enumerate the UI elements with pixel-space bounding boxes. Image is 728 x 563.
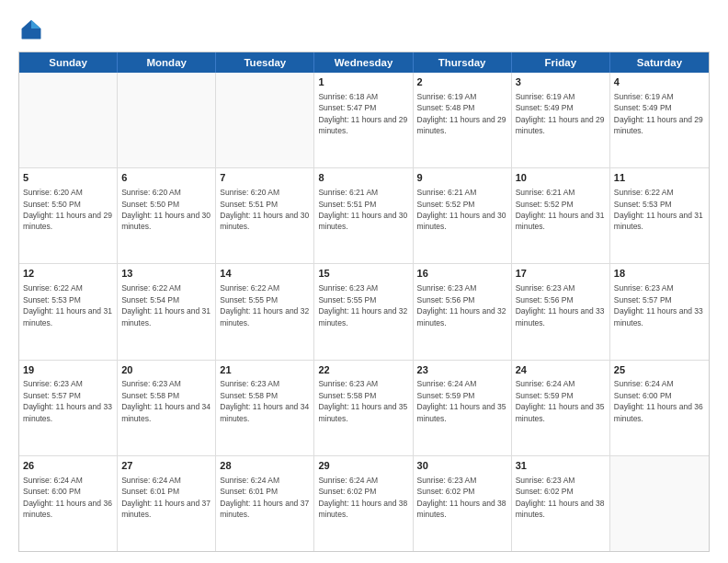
calendar-day-header: Sunday (19, 52, 118, 73)
day-number: 15 (318, 267, 408, 281)
calendar-cell: 7Sunrise: 6:20 AM Sunset: 5:51 PM Daylig… (216, 168, 314, 263)
day-info: Sunrise: 6:24 AM Sunset: 5:59 PM Dayligh… (516, 379, 605, 422)
day-number: 9 (417, 171, 507, 185)
day-info: Sunrise: 6:23 AM Sunset: 5:56 PM Dayligh… (516, 283, 605, 327)
day-number: 11 (614, 171, 705, 185)
calendar-day-header: Wednesday (314, 52, 413, 73)
calendar-cell: 16Sunrise: 6:23 AM Sunset: 5:56 PM Dayli… (414, 264, 512, 359)
day-number: 22 (318, 363, 408, 377)
day-info: Sunrise: 6:24 AM Sunset: 6:01 PM Dayligh… (220, 476, 309, 519)
day-info: Sunrise: 6:19 AM Sunset: 5:49 PM Dayligh… (614, 92, 703, 135)
calendar-cell: 12Sunrise: 6:22 AM Sunset: 5:53 PM Dayli… (19, 264, 118, 359)
logo (18, 17, 48, 42)
calendar-day-header: Tuesday (216, 52, 314, 73)
calendar-cell: 5Sunrise: 6:20 AM Sunset: 5:50 PM Daylig… (19, 168, 118, 263)
calendar-cell (610, 456, 709, 551)
calendar-cell: 8Sunrise: 6:21 AM Sunset: 5:51 PM Daylig… (314, 168, 413, 263)
svg-marker-2 (22, 29, 41, 39)
day-info: Sunrise: 6:23 AM Sunset: 6:02 PM Dayligh… (417, 476, 506, 519)
day-info: Sunrise: 6:18 AM Sunset: 5:47 PM Dayligh… (318, 92, 407, 135)
day-number: 21 (220, 363, 310, 377)
header (18, 17, 710, 42)
calendar-cell: 31Sunrise: 6:23 AM Sunset: 6:02 PM Dayli… (512, 456, 610, 551)
calendar-week-row: 5Sunrise: 6:20 AM Sunset: 5:50 PM Daylig… (19, 168, 709, 264)
day-number: 23 (417, 363, 507, 377)
calendar-cell: 15Sunrise: 6:23 AM Sunset: 5:55 PM Dayli… (314, 264, 413, 359)
day-info: Sunrise: 6:20 AM Sunset: 5:50 PM Dayligh… (23, 188, 112, 231)
calendar-cell: 1Sunrise: 6:18 AM Sunset: 5:47 PM Daylig… (314, 73, 413, 167)
day-info: Sunrise: 6:22 AM Sunset: 5:53 PM Dayligh… (614, 188, 703, 231)
calendar-week-row: 26Sunrise: 6:24 AM Sunset: 6:00 PM Dayli… (19, 456, 709, 551)
calendar-cell: 2Sunrise: 6:19 AM Sunset: 5:48 PM Daylig… (414, 73, 512, 167)
day-info: Sunrise: 6:23 AM Sunset: 5:58 PM Dayligh… (220, 379, 309, 422)
day-info: Sunrise: 6:23 AM Sunset: 5:58 PM Dayligh… (121, 379, 210, 422)
calendar-cell: 9Sunrise: 6:21 AM Sunset: 5:52 PM Daylig… (414, 168, 512, 263)
day-info: Sunrise: 6:24 AM Sunset: 6:00 PM Dayligh… (614, 379, 703, 422)
calendar: SundayMondayTuesdayWednesdayThursdayFrid… (18, 52, 710, 552)
calendar-cell: 13Sunrise: 6:22 AM Sunset: 5:54 PM Dayli… (118, 264, 216, 359)
day-number: 16 (417, 267, 507, 281)
calendar-day-header: Friday (512, 52, 610, 73)
calendar-cell: 3Sunrise: 6:19 AM Sunset: 5:49 PM Daylig… (512, 73, 610, 167)
page: SundayMondayTuesdayWednesdayThursdayFrid… (0, 0, 728, 563)
day-info: Sunrise: 6:24 AM Sunset: 6:01 PM Dayligh… (121, 476, 210, 519)
calendar-cell: 10Sunrise: 6:21 AM Sunset: 5:52 PM Dayli… (512, 168, 610, 263)
calendar-cell: 19Sunrise: 6:23 AM Sunset: 5:57 PM Dayli… (19, 361, 118, 455)
day-info: Sunrise: 6:19 AM Sunset: 5:48 PM Dayligh… (417, 92, 506, 135)
calendar-cell: 27Sunrise: 6:24 AM Sunset: 6:01 PM Dayli… (118, 456, 216, 551)
day-number: 26 (23, 459, 113, 473)
day-number: 17 (516, 267, 606, 281)
day-number: 4 (614, 75, 705, 89)
day-number: 3 (516, 75, 606, 89)
calendar-cell: 6Sunrise: 6:20 AM Sunset: 5:50 PM Daylig… (118, 168, 216, 263)
day-number: 6 (121, 171, 211, 185)
calendar-cell (118, 73, 216, 167)
day-info: Sunrise: 6:23 AM Sunset: 6:02 PM Dayligh… (516, 476, 605, 519)
day-info: Sunrise: 6:23 AM Sunset: 5:58 PM Dayligh… (318, 379, 407, 422)
svg-marker-1 (31, 20, 40, 29)
day-number: 7 (220, 171, 310, 185)
day-info: Sunrise: 6:21 AM Sunset: 5:51 PM Dayligh… (318, 188, 407, 231)
calendar-week-row: 1Sunrise: 6:18 AM Sunset: 5:47 PM Daylig… (19, 73, 709, 168)
day-number: 19 (23, 363, 113, 377)
calendar-header: SundayMondayTuesdayWednesdayThursdayFrid… (19, 52, 709, 73)
day-info: Sunrise: 6:24 AM Sunset: 6:00 PM Dayligh… (23, 476, 112, 519)
day-info: Sunrise: 6:24 AM Sunset: 6:02 PM Dayligh… (318, 476, 407, 519)
calendar-day-header: Thursday (414, 52, 512, 73)
day-info: Sunrise: 6:23 AM Sunset: 5:57 PM Dayligh… (614, 283, 703, 327)
day-info: Sunrise: 6:22 AM Sunset: 5:55 PM Dayligh… (220, 283, 309, 327)
day-info: Sunrise: 6:22 AM Sunset: 5:53 PM Dayligh… (23, 283, 112, 327)
day-number: 27 (121, 459, 211, 473)
day-number: 31 (516, 459, 606, 473)
calendar-cell: 23Sunrise: 6:24 AM Sunset: 5:59 PM Dayli… (414, 361, 512, 455)
calendar-cell: 17Sunrise: 6:23 AM Sunset: 5:56 PM Dayli… (512, 264, 610, 359)
day-number: 12 (23, 267, 113, 281)
calendar-cell: 28Sunrise: 6:24 AM Sunset: 6:01 PM Dayli… (216, 456, 314, 551)
day-number: 5 (23, 171, 113, 185)
calendar-cell: 26Sunrise: 6:24 AM Sunset: 6:00 PM Dayli… (19, 456, 118, 551)
calendar-day-header: Monday (118, 52, 216, 73)
day-number: 25 (614, 363, 705, 377)
calendar-body: 1Sunrise: 6:18 AM Sunset: 5:47 PM Daylig… (19, 73, 709, 551)
calendar-cell: 25Sunrise: 6:24 AM Sunset: 6:00 PM Dayli… (610, 361, 709, 455)
day-number: 1 (318, 75, 408, 89)
calendar-cell: 18Sunrise: 6:23 AM Sunset: 5:57 PM Dayli… (610, 264, 709, 359)
day-number: 10 (516, 171, 606, 185)
calendar-day-header: Saturday (610, 52, 709, 73)
calendar-cell: 4Sunrise: 6:19 AM Sunset: 5:49 PM Daylig… (610, 73, 709, 167)
calendar-cell: 20Sunrise: 6:23 AM Sunset: 5:58 PM Dayli… (118, 361, 216, 455)
day-number: 24 (516, 363, 606, 377)
day-number: 30 (417, 459, 507, 473)
calendar-cell: 22Sunrise: 6:23 AM Sunset: 5:58 PM Dayli… (314, 361, 413, 455)
calendar-cell: 11Sunrise: 6:22 AM Sunset: 5:53 PM Dayli… (610, 168, 709, 263)
day-number: 29 (318, 459, 408, 473)
day-info: Sunrise: 6:24 AM Sunset: 5:59 PM Dayligh… (417, 379, 506, 422)
day-info: Sunrise: 6:19 AM Sunset: 5:49 PM Dayligh… (516, 92, 605, 135)
day-info: Sunrise: 6:21 AM Sunset: 5:52 PM Dayligh… (516, 188, 605, 231)
calendar-cell (216, 73, 314, 167)
day-info: Sunrise: 6:20 AM Sunset: 5:51 PM Dayligh… (220, 188, 309, 231)
day-number: 18 (614, 267, 705, 281)
day-number: 28 (220, 459, 310, 473)
calendar-cell: 21Sunrise: 6:23 AM Sunset: 5:58 PM Dayli… (216, 361, 314, 455)
day-info: Sunrise: 6:22 AM Sunset: 5:54 PM Dayligh… (121, 283, 210, 327)
